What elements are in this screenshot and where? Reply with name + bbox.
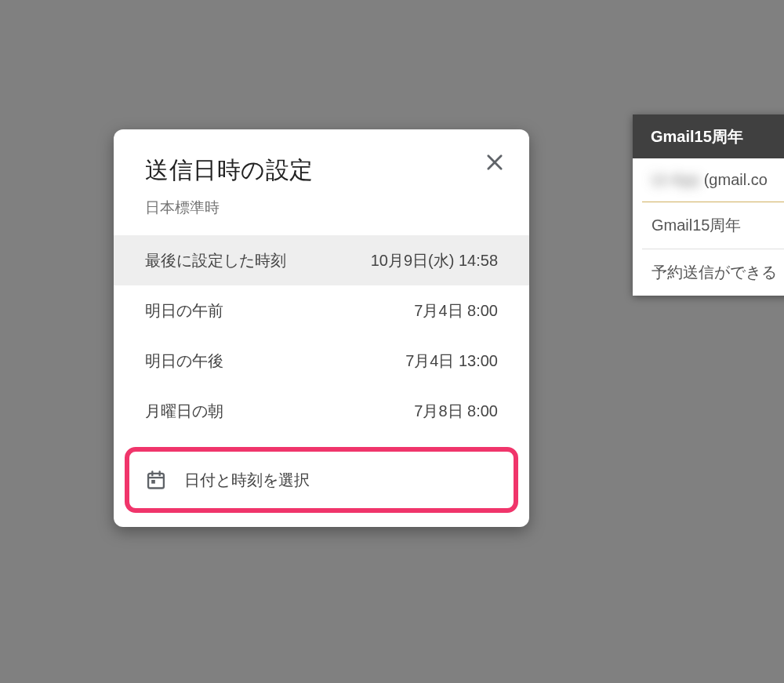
schedule-options: 最後に設定した時刻 10月9日(水) 14:58 明日の午前 7月4日 8:00… xyxy=(114,235,529,436)
pick-date-time-button[interactable]: 日付と時刻を選択 xyxy=(132,455,510,505)
compose-title-bar[interactable]: Gmail15周年 xyxy=(633,114,784,158)
close-icon xyxy=(484,151,506,173)
close-button[interactable] xyxy=(484,151,506,173)
compose-subject: Gmail15周年 xyxy=(652,216,741,234)
compose-window: Gmail15周年 Ur App (gmail.co Gmail15周年 予約送… xyxy=(633,114,784,296)
option-tomorrow-afternoon[interactable]: 明日の午後 7月4日 13:00 xyxy=(114,336,529,386)
option-time: 10月9日(水) 14:58 xyxy=(371,250,498,271)
option-label: 明日の午後 xyxy=(145,351,223,372)
dialog-timezone: 日本標準時 xyxy=(145,198,498,218)
compose-body-preview-row[interactable]: 予約送信ができる xyxy=(642,249,784,296)
calendar-icon xyxy=(145,469,167,491)
compose-body-preview: 予約送信ができる xyxy=(652,263,777,281)
option-label: 明日の午前 xyxy=(145,300,223,322)
svg-rect-4 xyxy=(151,480,155,484)
compose-subject-row[interactable]: Gmail15周年 xyxy=(642,202,784,249)
option-time: 7月8日 8:00 xyxy=(414,401,498,422)
option-label: 月曜日の朝 xyxy=(145,401,223,422)
annotation-highlight: 日付と時刻を選択 xyxy=(125,447,518,513)
schedule-send-dialog: 送信日時の設定 日本標準時 最後に設定した時刻 10月9日(水) 14:58 明… xyxy=(114,129,529,527)
option-monday-morning[interactable]: 月曜日の朝 7月8日 8:00 xyxy=(114,386,529,436)
compose-title: Gmail15周年 xyxy=(651,126,743,147)
option-label: 最後に設定した時刻 xyxy=(145,250,286,271)
option-last-used[interactable]: 最後に設定した時刻 10月9日(水) 14:58 xyxy=(114,235,529,285)
option-time: 7月4日 8:00 xyxy=(414,300,498,322)
compose-recipient-suffix: (gmail.co xyxy=(699,171,768,188)
option-tomorrow-morning[interactable]: 明日の午前 7月4日 8:00 xyxy=(114,285,529,336)
compose-recipient-blurred: Ur App xyxy=(652,171,699,188)
pick-date-time-label: 日付と時刻を選択 xyxy=(184,470,310,491)
dialog-title: 送信日時の設定 xyxy=(145,154,498,187)
compose-body: Ur App (gmail.co Gmail15周年 予約送信ができる xyxy=(633,158,784,296)
option-time: 7月4日 13:00 xyxy=(405,351,498,372)
compose-recipient-row[interactable]: Ur App (gmail.co xyxy=(642,158,784,202)
dialog-header: 送信日時の設定 日本標準時 xyxy=(114,129,529,235)
svg-rect-0 xyxy=(148,474,164,489)
